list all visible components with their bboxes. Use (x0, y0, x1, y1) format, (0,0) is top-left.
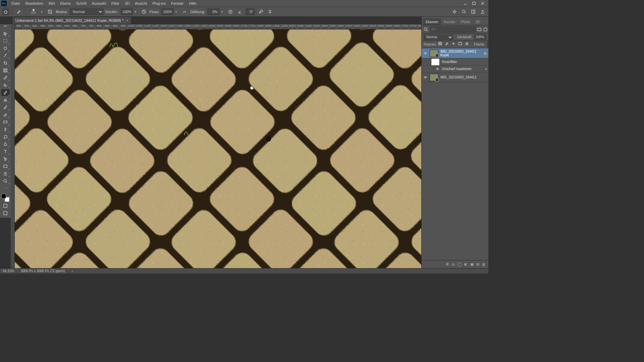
select-subject-icon[interactable] (451, 8, 458, 15)
panel-tab[interactable]: Pfade (458, 18, 473, 25)
hand-tool[interactable] (1, 170, 10, 177)
menu-item[interactable]: Ebene (57, 0, 73, 7)
menu-item[interactable]: Filter (109, 0, 122, 7)
layer-thumbnail[interactable] (430, 50, 438, 57)
workspace-icon[interactable] (470, 8, 477, 15)
lock-transparency-icon[interactable] (438, 42, 443, 47)
canvas[interactable] (15, 29, 421, 268)
window-minimize-button[interactable] (461, 0, 470, 7)
zoom-level[interactable]: 64,31% (3, 269, 14, 273)
layer-fill-input[interactable] (487, 42, 488, 47)
layer-name[interactable]: IMG_20210420_184411 (440, 75, 487, 79)
menu-item[interactable]: Hilfe (186, 0, 199, 7)
filter-options-icon[interactable]: ≡ (485, 67, 487, 71)
marquee-tool[interactable] (1, 38, 10, 44)
tool-preset-picker[interactable] (15, 8, 22, 15)
visibility-toggle-icon[interactable]: 👁 (423, 75, 428, 79)
move-tool[interactable] (1, 30, 10, 37)
menu-item[interactable]: Ansicht (132, 0, 150, 7)
panel-tab[interactable]: Ebenen (423, 18, 441, 25)
layer-row[interactable]: 👁IMG_20210420_184411 (422, 72, 488, 82)
edit-toolbar-icon[interactable]: ⋯ (1, 185, 10, 192)
smoothing-input[interactable] (207, 8, 219, 15)
type-tool[interactable] (1, 148, 10, 155)
screen-mode-icon[interactable] (1, 210, 10, 217)
status-chevron-icon[interactable]: › (72, 269, 73, 273)
layer-filter-input[interactable] (430, 26, 476, 33)
frame-tool[interactable] (1, 67, 10, 74)
airbrush-toggle[interactable] (181, 8, 188, 15)
new-layer-icon[interactable]: ⊞ (476, 262, 479, 266)
chevron-down-icon[interactable]: ▾ (175, 10, 179, 13)
visibility-toggle-icon[interactable]: 👁 (435, 67, 440, 71)
layer-group-icon[interactable]: ▣ (470, 262, 474, 266)
layer-row[interactable]: Smartfilter (422, 58, 488, 66)
zoom-tool[interactable] (1, 178, 10, 184)
lock-artboard-icon[interactable] (459, 42, 463, 47)
chevron-down-icon[interactable]: ▾ (41, 10, 44, 13)
angle-input[interactable] (246, 8, 255, 15)
spot-heal-tool[interactable] (1, 82, 10, 88)
eraser-tool[interactable] (1, 111, 10, 118)
ruler-horizontal[interactable]: 3003504004505005506006507007508008509009… (15, 24, 421, 29)
menu-item[interactable]: Fenster (168, 0, 186, 7)
window-maximize-button[interactable] (470, 0, 478, 7)
pen-tool[interactable] (1, 141, 10, 147)
menu-item[interactable]: Plug-ins (150, 0, 168, 7)
panel-tab[interactable]: 3D (473, 18, 483, 25)
filter-adjust-icon[interactable] (483, 27, 488, 32)
crop-tool[interactable] (1, 60, 10, 66)
brush-preset-picker[interactable]: 334 (28, 7, 39, 16)
visibility-toggle-icon[interactable]: 👁 (423, 51, 428, 55)
symmetry-options[interactable] (266, 8, 274, 15)
filter-image-icon[interactable] (477, 27, 482, 32)
layer-name[interactable]: Unscharf maskieren (442, 67, 483, 71)
eyedropper-tool[interactable] (1, 74, 10, 81)
menu-item[interactable]: Bild (46, 0, 57, 7)
chevron-down-icon[interactable]: ▾ (221, 10, 225, 13)
lock-position-icon[interactable] (452, 42, 457, 47)
expand-tools-icon[interactable] (4, 25, 7, 28)
gradient-tool[interactable] (1, 119, 10, 125)
pressure-opacity-toggle[interactable] (140, 8, 148, 15)
layer-fx-icon[interactable]: fx (452, 262, 455, 266)
layer-thumbnail[interactable] (431, 58, 440, 66)
layer-row[interactable]: 👁Unscharf maskieren≡ (422, 66, 488, 72)
lock-all-icon[interactable] (465, 42, 470, 47)
magic-wand-tool[interactable] (1, 52, 10, 59)
layer-opacity-input[interactable] (474, 35, 486, 40)
dodge-tool[interactable] (1, 133, 10, 140)
menu-item[interactable]: Auswahl (89, 0, 109, 7)
color-swatches[interactable] (1, 194, 9, 202)
brush-panel-toggle[interactable] (46, 8, 54, 15)
layer-name[interactable]: IMG_20210420_184411 Kopie (440, 50, 481, 57)
lock-pixels-icon[interactable] (445, 42, 450, 47)
close-tab-icon[interactable]: × (126, 19, 128, 22)
smoothing-options[interactable] (227, 8, 234, 15)
layer-thumbnail[interactable] (430, 74, 438, 81)
layer-mask-icon[interactable]: ◯ (458, 262, 462, 266)
path-select-tool[interactable] (1, 156, 10, 162)
pressure-size-toggle[interactable] (257, 8, 264, 15)
window-close-button[interactable] (478, 0, 487, 7)
ruler-vertical[interactable] (11, 24, 15, 268)
share-icon[interactable] (479, 8, 486, 15)
quick-mask-icon[interactable] (1, 202, 10, 209)
blur-tool[interactable] (1, 126, 10, 133)
blend-mode-select[interactable]: Normal (70, 8, 103, 15)
menu-item[interactable]: Bearbeiten (23, 0, 46, 7)
clone-stamp-tool[interactable] (1, 97, 10, 103)
history-brush-tool[interactable] (1, 104, 10, 111)
panel-tab[interactable]: Kanäle (441, 18, 458, 25)
menu-item[interactable]: 3D (122, 0, 132, 7)
home-button[interactable] (2, 8, 9, 15)
brush-tool[interactable] (1, 89, 10, 96)
flow-input[interactable] (161, 8, 173, 15)
menu-item[interactable]: Schrift (73, 0, 89, 7)
lasso-tool[interactable] (1, 45, 10, 52)
layer-name[interactable]: Smartfilter (442, 60, 487, 64)
rectangle-tool[interactable] (1, 163, 10, 170)
chevron-down-icon[interactable]: ▾ (135, 10, 138, 13)
delete-layer-icon[interactable]: 🗑 (482, 262, 486, 266)
opacity-input[interactable] (121, 8, 133, 15)
